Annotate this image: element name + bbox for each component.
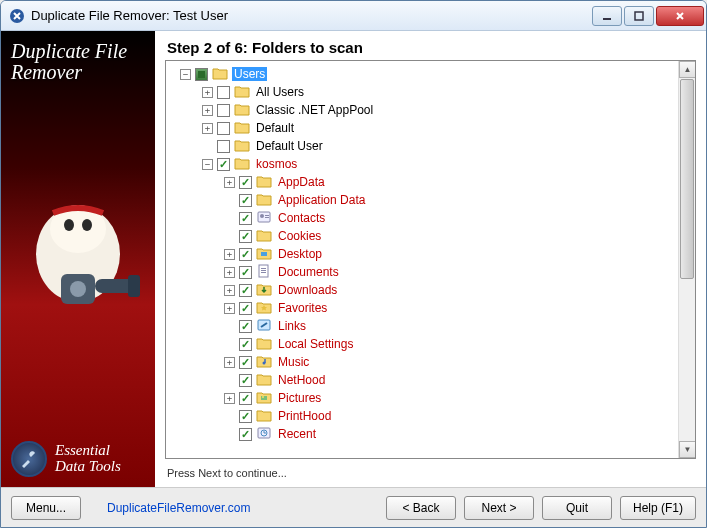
tree-checkbox[interactable]	[217, 86, 230, 99]
collapse-icon[interactable]: −	[202, 159, 213, 170]
tree-label[interactable]: Desktop	[276, 247, 324, 261]
expand-icon[interactable]: +	[202, 105, 213, 116]
folder-icon	[256, 228, 276, 245]
expand-icon[interactable]: +	[224, 249, 235, 260]
scroll-thumb[interactable]	[680, 79, 694, 279]
tree-node[interactable]: +Desktop	[168, 245, 693, 263]
tree-checkbox[interactable]	[195, 68, 208, 81]
website-link[interactable]: DuplicateFileRemover.com	[107, 501, 250, 515]
tree-node[interactable]: +AppData	[168, 173, 693, 191]
menu-button[interactable]: Menu...	[11, 496, 81, 520]
collapse-icon[interactable]: −	[180, 69, 191, 80]
tree-node[interactable]: +Pictures	[168, 389, 693, 407]
svg-rect-22	[261, 396, 267, 400]
help-button[interactable]: Help (F1)	[620, 496, 696, 520]
folder-icon	[256, 336, 276, 353]
tree-label[interactable]: Recent	[276, 427, 318, 441]
tree-checkbox[interactable]	[239, 212, 252, 225]
quit-button[interactable]: Quit	[542, 496, 612, 520]
tree-node[interactable]: PrintHood	[168, 407, 693, 425]
tree-checkbox[interactable]	[239, 248, 252, 261]
tree-checkbox[interactable]	[239, 266, 252, 279]
expand-icon[interactable]: +	[224, 303, 235, 314]
tree-checkbox[interactable]	[239, 230, 252, 243]
tree-checkbox[interactable]	[217, 104, 230, 117]
expand-icon[interactable]: +	[224, 393, 235, 404]
tree-checkbox[interactable]	[217, 140, 230, 153]
tree-node[interactable]: Application Data	[168, 191, 693, 209]
tree-node[interactable]: −Users	[168, 65, 693, 83]
tree-node[interactable]: Links	[168, 317, 693, 335]
tree-node[interactable]: +Documents	[168, 263, 693, 281]
tree-label[interactable]: kosmos	[254, 157, 299, 171]
tree-checkbox[interactable]	[217, 122, 230, 135]
scroll-down-button[interactable]: ▼	[679, 441, 696, 458]
tree-label[interactable]: Music	[276, 355, 311, 369]
scroll-up-button[interactable]: ▲	[679, 61, 696, 78]
tree-node[interactable]: NetHood	[168, 371, 693, 389]
tree-node[interactable]: +Favorites	[168, 299, 693, 317]
svg-point-12	[260, 214, 264, 218]
app-window: Duplicate File Remover: Test User Duplic…	[0, 0, 707, 528]
tree-checkbox[interactable]	[239, 392, 252, 405]
tree-label[interactable]: Application Data	[276, 193, 367, 207]
folder-tree[interactable]: −Users+All Users+Classic .NET AppPool+De…	[165, 60, 696, 459]
tree-node[interactable]: Default User	[168, 137, 693, 155]
tree-label[interactable]: Default User	[254, 139, 325, 153]
tree-label[interactable]: Users	[232, 67, 267, 81]
expand-icon[interactable]: +	[224, 177, 235, 188]
maximize-button[interactable]	[624, 6, 654, 26]
tree-checkbox[interactable]	[239, 176, 252, 189]
tree-checkbox[interactable]	[239, 356, 252, 369]
tree-label[interactable]: Classic .NET AppPool	[254, 103, 375, 117]
tree-node[interactable]: −kosmos	[168, 155, 693, 173]
tree-node[interactable]: Recent	[168, 425, 693, 443]
tree-label[interactable]: Contacts	[276, 211, 327, 225]
tree-label[interactable]: All Users	[254, 85, 306, 99]
tree-label[interactable]: AppData	[276, 175, 327, 189]
downloads-icon	[256, 282, 276, 299]
tree-checkbox[interactable]	[239, 338, 252, 351]
scrollbar[interactable]: ▲ ▼	[678, 61, 695, 458]
next-button[interactable]: Next >	[464, 496, 534, 520]
tree-checkbox[interactable]	[239, 410, 252, 423]
sidebar: Duplicate File Remover	[1, 31, 155, 487]
tree-node[interactable]: +All Users	[168, 83, 693, 101]
tree-node[interactable]: Local Settings	[168, 335, 693, 353]
tree-node[interactable]: Cookies	[168, 227, 693, 245]
tree-checkbox[interactable]	[239, 284, 252, 297]
tree-node[interactable]: +Downloads	[168, 281, 693, 299]
svg-rect-13	[265, 215, 269, 216]
tree-checkbox[interactable]	[239, 302, 252, 315]
tree-label[interactable]: Downloads	[276, 283, 339, 297]
expand-icon[interactable]: +	[224, 267, 235, 278]
recent-icon	[256, 426, 276, 443]
tree-label[interactable]: NetHood	[276, 373, 327, 387]
tree-label[interactable]: Default	[254, 121, 296, 135]
tree-node[interactable]: +Music	[168, 353, 693, 371]
tree-node[interactable]: +Default	[168, 119, 693, 137]
tree-node[interactable]: Contacts	[168, 209, 693, 227]
folder-icon	[234, 120, 254, 137]
tree-label[interactable]: Local Settings	[276, 337, 355, 351]
tree-checkbox[interactable]	[239, 374, 252, 387]
tree-label[interactable]: Pictures	[276, 391, 323, 405]
tree-label[interactable]: Favorites	[276, 301, 329, 315]
tree-label[interactable]: Links	[276, 319, 308, 333]
tree-checkbox[interactable]	[239, 320, 252, 333]
tree-node[interactable]: +Classic .NET AppPool	[168, 101, 693, 119]
expand-icon[interactable]: +	[202, 123, 213, 134]
tree-checkbox[interactable]	[239, 194, 252, 207]
minimize-button[interactable]	[592, 6, 622, 26]
tree-checkbox[interactable]	[217, 158, 230, 171]
tools-badge-icon	[11, 441, 47, 477]
back-button[interactable]: < Back	[386, 496, 456, 520]
tree-label[interactable]: Cookies	[276, 229, 323, 243]
expand-icon[interactable]: +	[202, 87, 213, 98]
expand-icon[interactable]: +	[224, 285, 235, 296]
tree-label[interactable]: Documents	[276, 265, 341, 279]
tree-checkbox[interactable]	[239, 428, 252, 441]
tree-label[interactable]: PrintHood	[276, 409, 333, 423]
expand-icon[interactable]: +	[224, 357, 235, 368]
close-button[interactable]	[656, 6, 704, 26]
